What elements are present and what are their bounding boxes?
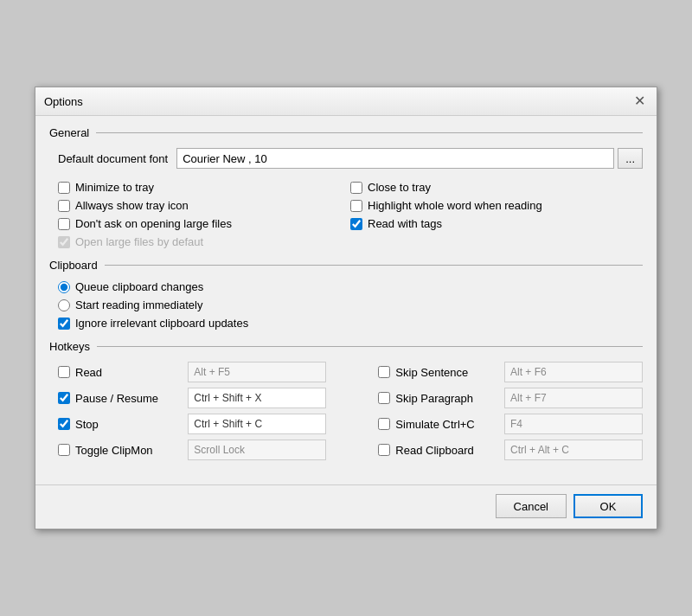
checkbox-always-show-tray[interactable]: Allways show tray icon bbox=[58, 199, 350, 212]
hotkey-pause-resume[interactable]: Pause / Resume bbox=[58, 392, 179, 405]
checkbox-open-large-default: Open large files by defaut bbox=[58, 235, 350, 248]
checkbox-no-ask-large-input[interactable] bbox=[58, 218, 70, 230]
hotkey-toggle-clipmon-input[interactable] bbox=[188, 440, 326, 460]
checkboxes-area: Minimize to tray Allways show tray icon … bbox=[58, 181, 643, 248]
clipboard-label: Clipboard bbox=[49, 259, 98, 272]
radio-queue-clipboard-input[interactable] bbox=[58, 281, 70, 293]
radio-start-reading-label: Start reading immediately bbox=[75, 298, 202, 311]
font-row: Default document font ... bbox=[58, 148, 643, 169]
checkbox-no-ask-large[interactable]: Don't ask on opening large files bbox=[58, 217, 350, 230]
hotkey-skip-paragraph[interactable]: Skip Paragraph bbox=[378, 392, 496, 405]
hotkey-stop-label: Stop bbox=[75, 418, 99, 431]
hotkey-simulate-ctrl-c-checkbox[interactable] bbox=[378, 418, 390, 430]
hotkey-read-checkbox[interactable] bbox=[58, 366, 70, 378]
hotkey-stop[interactable]: Stop bbox=[58, 418, 179, 431]
hotkey-pause-resume-checkbox[interactable] bbox=[58, 392, 70, 404]
left-checkboxes: Minimize to tray Allways show tray icon … bbox=[58, 181, 350, 248]
hotkey-read-clipboard-checkbox[interactable] bbox=[378, 444, 390, 456]
hotkey-simulate-ctrl-c-input[interactable] bbox=[504, 414, 643, 434]
hotkey-pause-resume-input[interactable] bbox=[188, 388, 326, 408]
font-label: Default document font bbox=[58, 152, 168, 165]
hotkeys-section: Hotkeys Read Skip Sentence bbox=[49, 340, 643, 460]
hotkey-skip-sentence-label: Skip Sentence bbox=[395, 366, 468, 379]
dialog-content: General Default document font ... Minimi… bbox=[35, 116, 657, 484]
checkbox-highlight-word[interactable]: Highlight whole word when reading bbox=[350, 199, 643, 212]
font-browse-button[interactable]: ... bbox=[618, 148, 643, 169]
clipboard-section: Clipboard Queue clipboard changes Start … bbox=[49, 259, 643, 330]
hotkey-read[interactable]: Read bbox=[58, 366, 179, 379]
clipboard-divider bbox=[105, 265, 643, 266]
checkbox-read-with-tags[interactable]: Read with tags bbox=[350, 217, 643, 230]
general-divider bbox=[96, 132, 643, 133]
checkbox-minimize-tray[interactable]: Minimize to tray bbox=[58, 181, 350, 194]
radio-queue-clipboard[interactable]: Queue clipboard changes bbox=[58, 280, 643, 293]
hotkey-pause-resume-label: Pause / Resume bbox=[75, 392, 158, 405]
hotkey-skip-sentence-checkbox[interactable] bbox=[378, 366, 390, 378]
hotkey-skip-paragraph-input[interactable] bbox=[504, 388, 643, 408]
hotkey-simulate-ctrl-c-label: Simulate Ctrl+C bbox=[395, 418, 474, 431]
hotkey-read-input[interactable] bbox=[188, 362, 326, 382]
checkbox-read-with-tags-label: Read with tags bbox=[368, 217, 442, 230]
checkbox-close-to-tray[interactable]: Close to tray bbox=[350, 181, 643, 194]
hotkey-toggle-clipmon-label: Toggle ClipMon bbox=[75, 444, 153, 457]
checkbox-no-ask-large-label: Don't ask on opening large files bbox=[75, 217, 232, 230]
hotkeys-divider bbox=[97, 346, 643, 347]
hotkey-stop-input[interactable] bbox=[188, 414, 326, 434]
title-bar: Options ✕ bbox=[35, 87, 657, 116]
checkbox-always-show-tray-label: Allways show tray icon bbox=[75, 199, 189, 212]
checkbox-ignore-irrelevant[interactable]: Ignore irrelevant clipboard updates bbox=[58, 317, 643, 330]
general-header: General bbox=[49, 126, 643, 139]
hotkeys-grid: Read Skip Sentence Pause / Resume bbox=[58, 362, 643, 460]
checkbox-open-large-default-label: Open large files by defaut bbox=[75, 235, 203, 248]
font-input[interactable] bbox=[176, 148, 614, 169]
clipboard-header: Clipboard bbox=[49, 259, 643, 272]
checkbox-minimize-tray-label: Minimize to tray bbox=[75, 181, 154, 194]
close-button[interactable]: ✕ bbox=[631, 93, 648, 110]
hotkey-skip-paragraph-label: Skip Paragraph bbox=[395, 392, 473, 405]
checkbox-highlight-word-input[interactable] bbox=[350, 200, 362, 212]
hotkey-read-clipboard[interactable]: Read Clipboard bbox=[378, 444, 496, 457]
checkbox-ignore-irrelevant-input[interactable] bbox=[58, 318, 70, 330]
hotkey-read-clipboard-label: Read Clipboard bbox=[395, 444, 473, 457]
hotkey-read-label: Read bbox=[75, 366, 102, 379]
checkbox-highlight-word-label: Highlight whole word when reading bbox=[368, 199, 542, 212]
cancel-button[interactable]: Cancel bbox=[496, 494, 567, 518]
checkbox-read-with-tags-input[interactable] bbox=[350, 218, 362, 230]
hotkey-skip-sentence-input[interactable] bbox=[504, 362, 643, 382]
radio-start-reading-input[interactable] bbox=[58, 299, 70, 311]
checkbox-close-to-tray-label: Close to tray bbox=[368, 181, 431, 194]
right-checkboxes: Close to tray Highlight whole word when … bbox=[350, 181, 643, 248]
ok-button[interactable]: OK bbox=[573, 494, 643, 518]
options-dialog: Options ✕ General Default document font … bbox=[35, 87, 657, 529]
hotkey-toggle-clipmon[interactable]: Toggle ClipMon bbox=[58, 444, 179, 457]
general-section: General Default document font ... Minimi… bbox=[49, 126, 643, 248]
checkbox-close-to-tray-input[interactable] bbox=[350, 182, 362, 194]
dialog-title: Options bbox=[44, 95, 83, 108]
hotkey-toggle-clipmon-checkbox[interactable] bbox=[58, 444, 70, 456]
hotkey-simulate-ctrl-c[interactable]: Simulate Ctrl+C bbox=[378, 418, 496, 431]
hotkey-stop-checkbox[interactable] bbox=[58, 418, 70, 430]
general-label: General bbox=[49, 126, 89, 139]
checkbox-always-show-tray-input[interactable] bbox=[58, 200, 70, 212]
hotkey-skip-paragraph-checkbox[interactable] bbox=[378, 392, 390, 404]
radio-queue-clipboard-label: Queue clipboard changes bbox=[75, 280, 203, 293]
checkbox-open-large-default-input bbox=[58, 236, 70, 248]
radio-start-reading[interactable]: Start reading immediately bbox=[58, 298, 643, 311]
clipboard-radio-group: Queue clipboard changes Start reading im… bbox=[58, 280, 643, 330]
checkbox-minimize-tray-input[interactable] bbox=[58, 182, 70, 194]
hotkeys-label: Hotkeys bbox=[49, 340, 90, 353]
hotkey-read-clipboard-input[interactable] bbox=[504, 440, 643, 460]
hotkeys-header: Hotkeys bbox=[49, 340, 643, 353]
checkbox-ignore-irrelevant-label: Ignore irrelevant clipboard updates bbox=[75, 317, 248, 330]
bottom-buttons: Cancel OK bbox=[35, 484, 657, 529]
hotkey-skip-sentence[interactable]: Skip Sentence bbox=[378, 366, 496, 379]
